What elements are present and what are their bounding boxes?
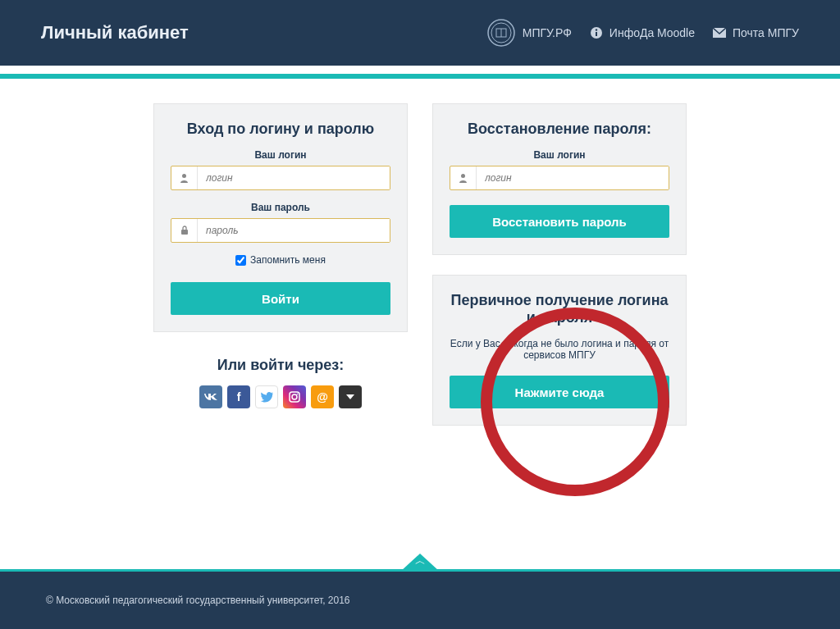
nav-moodle-link[interactable]: ИнфоДа Moodle — [590, 26, 695, 39]
login-submit-button[interactable]: Войти — [171, 282, 390, 315]
recovery-login-input[interactable] — [477, 166, 669, 189]
recovery-panel: Восстановление пароля: Ваш логин Восстан… — [432, 103, 687, 255]
first-time-panel: Первичное получение логина и пароля Если… — [432, 275, 687, 426]
mail-icon — [713, 28, 726, 38]
info-icon — [590, 26, 603, 39]
svg-rect-5 — [596, 32, 597, 36]
recovery-submit-button[interactable]: Восстановить пароль — [450, 205, 669, 238]
user-icon — [450, 166, 477, 189]
twitter-icon[interactable] — [255, 385, 278, 408]
svg-rect-9 — [181, 230, 188, 235]
password-input[interactable] — [198, 219, 390, 242]
right-column: Восстановление пароля: Ваш логин Восстан… — [432, 103, 687, 426]
login-input[interactable] — [198, 166, 390, 189]
recovery-title: Восстановление пароля: — [450, 121, 669, 138]
nav-site-label: МПГУ.РФ — [523, 26, 572, 39]
remember-checkbox[interactable] — [235, 255, 246, 266]
mailru-icon[interactable]: @ — [311, 385, 334, 408]
svg-point-14 — [461, 174, 465, 178]
nav-moodle-label: ИнфоДа Moodle — [609, 26, 695, 39]
alt-login-title: Или войти через: — [153, 357, 408, 374]
first-time-title: Первичное получение логина и пароля — [450, 292, 669, 326]
svg-point-11 — [292, 394, 297, 399]
left-column: Вход по логину и паролю Ваш логин Ваш па… — [153, 103, 408, 426]
password-input-wrap — [171, 218, 390, 243]
recovery-input-wrap — [450, 166, 669, 190]
login-panel: Вход по логину и паролю Ваш логин Ваш па… — [153, 103, 408, 332]
facebook-icon[interactable]: f — [227, 385, 250, 408]
more-dropdown-icon[interactable] — [339, 385, 362, 408]
svg-point-12 — [297, 394, 299, 395]
login-title: Вход по логину и паролю — [171, 121, 390, 138]
footer-copyright: © Московский педагогический государствен… — [46, 595, 350, 606]
page-title: Личный кабинет — [41, 22, 189, 43]
first-time-subtitle: Если у Вас никогда не было логина и паро… — [450, 338, 669, 361]
nav-mail-label: Почта МПГУ — [733, 26, 799, 39]
nav-site-link[interactable]: МПГУ.РФ — [486, 18, 572, 48]
first-time-button[interactable]: Нажмите сюда — [450, 376, 669, 408]
svg-point-6 — [596, 29, 597, 30]
vk-icon[interactable] — [199, 385, 222, 408]
footer: © Московский педагогический государствен… — [0, 572, 840, 629]
alt-login-section: Или войти через: f @ — [153, 352, 408, 408]
user-icon — [171, 166, 198, 189]
emblem-icon — [486, 18, 516, 48]
lock-icon — [171, 219, 198, 242]
recovery-login-label: Ваш логин — [450, 149, 669, 161]
svg-rect-10 — [290, 392, 299, 402]
login-input-wrap — [171, 166, 390, 190]
chevron-up-icon: ︿ — [415, 554, 426, 568]
main-content: Вход по логину и паролю Ваш логин Ваш па… — [0, 79, 840, 426]
social-row: f @ — [153, 385, 408, 408]
remember-label: Запомнить меня — [250, 254, 326, 266]
svg-marker-13 — [346, 394, 354, 399]
svg-point-8 — [182, 174, 186, 178]
header: Личный кабинет МПГУ.РФ ИнфоДа Moodle — [0, 0, 840, 66]
nav-mail-link[interactable]: Почта МПГУ — [713, 26, 799, 39]
login-field-label: Ваш логин — [171, 149, 390, 161]
instagram-icon[interactable] — [283, 385, 306, 408]
header-nav: МПГУ.РФ ИнфоДа Moodle Почта МПГУ — [486, 18, 799, 48]
password-field-label: Ваш пароль — [171, 202, 390, 213]
remember-row: Запомнить меня — [171, 254, 390, 266]
